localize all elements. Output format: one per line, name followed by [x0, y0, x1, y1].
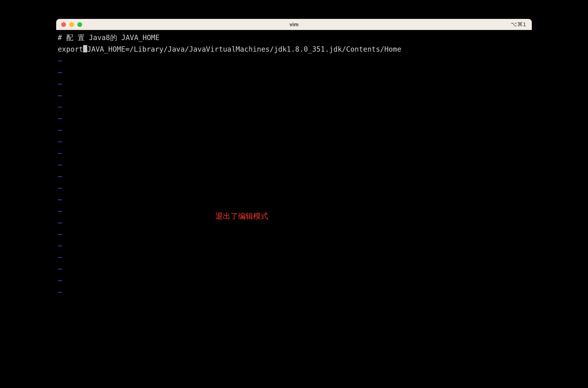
- text-before-cursor: export: [58, 45, 83, 53]
- close-button[interactable]: [61, 22, 66, 27]
- window-title: vim: [56, 21, 532, 27]
- empty-line-tilde: ~: [58, 217, 530, 229]
- traffic-lights: [56, 22, 82, 27]
- empty-line-tilde: ~: [58, 171, 530, 182]
- window-shortcut: ⌥⌘1: [511, 21, 526, 28]
- empty-line-tilde: ~: [58, 182, 530, 194]
- empty-line-tilde: ~: [58, 159, 530, 171]
- empty-line-tilde: ~: [58, 67, 530, 78]
- empty-line-tilde: ~: [58, 252, 530, 263]
- empty-line-tilde: ~: [58, 101, 530, 113]
- editor-line: exportJAVA_HOME=/Library/Java/JavaVirtua…: [58, 44, 530, 55]
- empty-line-tilde: ~: [58, 148, 530, 159]
- empty-line-tilde: ~: [58, 263, 530, 275]
- maximize-button[interactable]: [77, 22, 82, 27]
- annotation-label: 退出了编辑模式: [215, 211, 268, 221]
- empty-line-tilde: ~: [58, 136, 530, 148]
- empty-line-tilde: ~: [58, 78, 530, 90]
- terminal-window: vim ⌥⌘1 # 配 置 Java8的 JAVA_HOMEexportJAVA…: [56, 19, 532, 328]
- empty-line-tilde: ~: [58, 286, 530, 298]
- editor-line: # 配 置 Java8的 JAVA_HOME: [58, 32, 530, 44]
- empty-line-tilde: ~: [58, 229, 530, 240]
- titlebar: vim ⌥⌘1: [56, 19, 532, 30]
- empty-line-tilde: ~: [58, 194, 530, 206]
- text-after-cursor: JAVA_HOME=/Library/Java/JavaVirtualMachi…: [87, 45, 401, 53]
- editor-area[interactable]: # 配 置 Java8的 JAVA_HOMEexportJAVA_HOME=/L…: [56, 30, 532, 328]
- empty-line-tilde: ~: [58, 113, 530, 124]
- empty-line-tilde: ~: [58, 240, 530, 252]
- empty-line-tilde: ~: [58, 124, 530, 136]
- empty-line-tilde: ~: [58, 275, 530, 286]
- empty-line-tilde: ~: [58, 90, 530, 102]
- empty-line-tilde: ~: [58, 55, 530, 67]
- minimize-button[interactable]: [69, 22, 74, 27]
- empty-line-tilde: ~: [58, 206, 530, 217]
- cursor: [83, 45, 87, 52]
